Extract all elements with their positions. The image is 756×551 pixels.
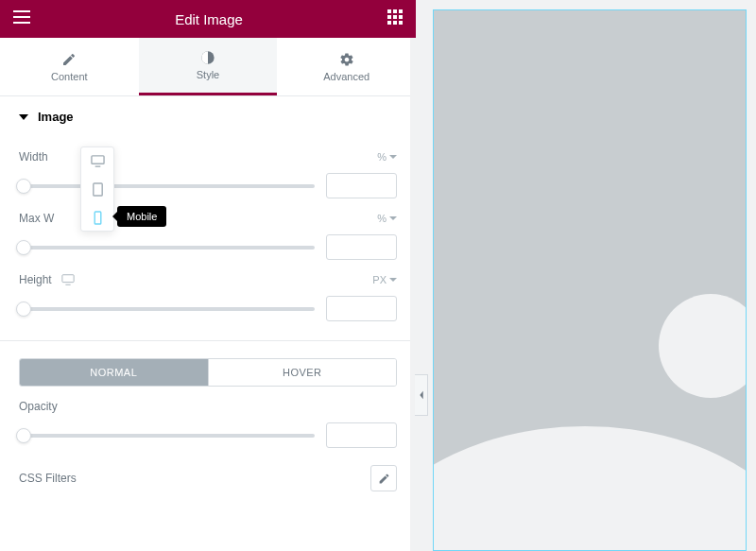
chevron-down-icon <box>389 278 397 282</box>
tab-advanced-label: Advanced <box>323 71 369 82</box>
svg-rect-6 <box>387 15 391 19</box>
canvas-preview <box>416 0 756 551</box>
svg-rect-11 <box>399 21 403 25</box>
menu-icon[interactable] <box>13 10 30 27</box>
width-label: Width <box>19 150 48 164</box>
chevron-down-icon <box>389 216 397 220</box>
svg-rect-16 <box>94 211 101 223</box>
pencil-icon <box>378 473 390 485</box>
chevron-down-icon <box>389 155 397 159</box>
svg-rect-2 <box>13 22 30 24</box>
svg-rect-10 <box>393 21 397 25</box>
opacity-input[interactable] <box>326 422 397 448</box>
opacity-slider-thumb[interactable] <box>16 428 31 443</box>
width-unit-label: % <box>377 151 387 163</box>
placeholder-hill-shape <box>433 426 747 551</box>
svg-rect-15 <box>93 182 101 195</box>
tab-advanced[interactable]: Advanced <box>277 38 416 95</box>
device-mobile[interactable] <box>90 210 105 225</box>
state-hover[interactable]: HOVER <box>208 359 397 386</box>
height-slider-thumb[interactable] <box>16 301 31 317</box>
max-width-input[interactable] <box>326 234 397 260</box>
svg-rect-3 <box>387 9 391 13</box>
svg-rect-17 <box>62 275 74 283</box>
svg-rect-0 <box>13 10 30 12</box>
state-normal[interactable]: NORMAL <box>20 359 208 386</box>
max-width-unit-select[interactable]: % <box>377 213 397 224</box>
panel-title: Edit Image <box>175 11 243 27</box>
svg-rect-13 <box>91 155 103 163</box>
tab-style[interactable]: Style <box>139 38 278 95</box>
device-tooltip: Mobile <box>117 206 166 227</box>
height-unit-label: PX <box>372 274 387 285</box>
responsive-icon[interactable] <box>61 273 75 286</box>
height-label: Height <box>19 273 52 286</box>
section-image-toggle[interactable]: Image <box>0 96 416 137</box>
svg-rect-9 <box>387 21 391 25</box>
caret-down-icon <box>19 114 28 120</box>
chevron-left-icon <box>418 390 425 400</box>
css-filters-edit-button[interactable] <box>370 465 397 491</box>
device-desktop[interactable] <box>90 153 105 168</box>
responsive-device-popover: Mobile <box>80 146 114 232</box>
tab-content[interactable]: Content <box>0 38 139 95</box>
width-input[interactable] <box>326 173 397 198</box>
width-slider[interactable] <box>19 184 315 188</box>
max-width-slider-thumb[interactable] <box>16 240 31 255</box>
svg-rect-5 <box>399 9 403 13</box>
panel-collapse-handle[interactable] <box>415 374 428 416</box>
svg-rect-4 <box>393 9 397 13</box>
max-width-unit-label: % <box>377 213 387 224</box>
image-placeholder[interactable] <box>433 9 747 551</box>
max-width-slider[interactable] <box>19 246 315 250</box>
tab-style-label: Style <box>197 69 219 80</box>
svg-rect-7 <box>393 15 397 19</box>
device-tablet[interactable] <box>90 181 105 197</box>
opacity-slider[interactable] <box>19 434 315 438</box>
height-input[interactable] <box>326 296 397 321</box>
width-slider-thumb[interactable] <box>16 179 31 194</box>
svg-rect-1 <box>13 16 30 18</box>
max-width-label: Max W <box>19 212 54 225</box>
height-unit-select[interactable]: PX <box>372 274 397 285</box>
apps-icon[interactable] <box>387 9 403 28</box>
width-unit-select[interactable]: % <box>377 151 397 163</box>
height-slider[interactable] <box>19 307 315 311</box>
tab-content-label: Content <box>51 71 88 82</box>
section-image-label: Image <box>38 110 74 124</box>
css-filters-label: CSS Filters <box>19 472 77 485</box>
placeholder-sun-shape <box>659 294 747 398</box>
svg-rect-8 <box>399 15 403 19</box>
state-segmented: NORMAL HOVER <box>19 358 397 387</box>
opacity-label: Opacity <box>19 400 58 413</box>
